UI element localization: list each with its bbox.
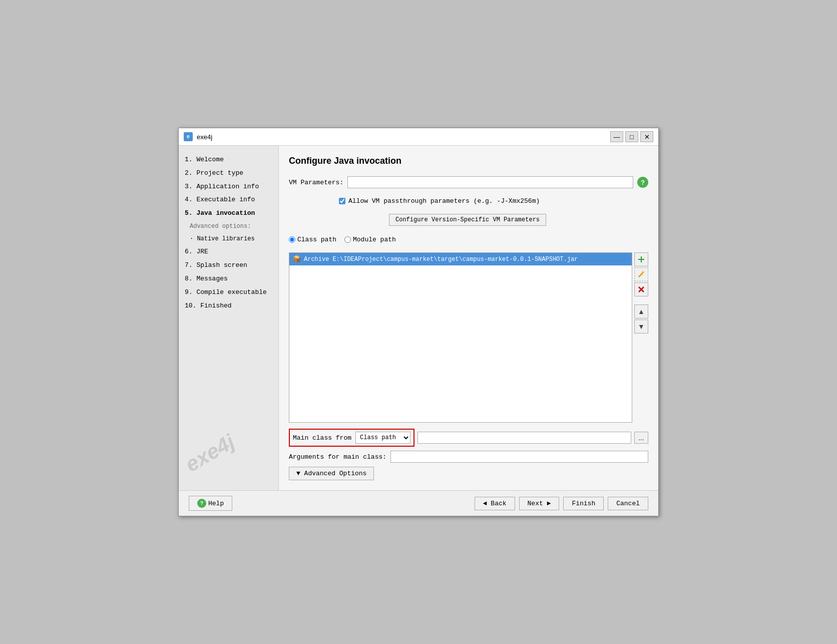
sidebar-item-splash[interactable]: 7. Splash screen: [184, 259, 273, 272]
add-entry-button[interactable]: [634, 252, 648, 266]
main-class-row: Main class from Class path Module path: [289, 429, 414, 447]
app-icon: e: [184, 132, 193, 141]
main-class-from-label: Main class from: [293, 434, 351, 442]
finish-button[interactable]: Finish: [563, 497, 604, 510]
close-button[interactable]: ✕: [640, 131, 653, 142]
title-bar-left: e exe4j: [184, 132, 212, 141]
move-up-button[interactable]: ▲: [634, 304, 648, 318]
delete-entry-button[interactable]: [634, 282, 648, 296]
configure-version-button[interactable]: Configure Version-Specific VM Parameters: [389, 214, 546, 226]
class-path-radio[interactable]: [289, 236, 295, 243]
help-label: Help: [208, 500, 224, 507]
footer-left: ? Help: [189, 496, 232, 511]
sidebar-item-app-info[interactable]: 3. Application info: [184, 180, 273, 194]
help-button[interactable]: ? Help: [189, 496, 232, 511]
configure-version-row: Configure Version-Specific VM Parameters: [339, 214, 648, 226]
sidebar-item-project-type[interactable]: 2. Project type: [184, 167, 273, 180]
maximize-button[interactable]: □: [625, 131, 638, 142]
classpath-item-text: Archive E:\IDEAProject\campus-market\tar…: [304, 256, 578, 263]
class-path-radio-label[interactable]: Class path: [289, 236, 336, 243]
minimize-button[interactable]: —: [610, 131, 623, 142]
vm-passthrough-label: Allow VM passthrough parameters (e.g. -J…: [348, 197, 540, 205]
sidebar-item-compile[interactable]: 9. Compile executable: [184, 286, 273, 299]
main-class-input[interactable]: [417, 432, 631, 444]
spacer: [634, 297, 648, 303]
advanced-options-button[interactable]: ▼ Advanced Options: [289, 467, 374, 480]
archive-icon: 📦: [292, 255, 301, 263]
vm-passthrough-row: Allow VM passthrough parameters (e.g. -J…: [339, 197, 648, 205]
footer-right: ◄ Back Next ► Finish Cancel: [475, 497, 648, 510]
sidebar-item-java-invocation[interactable]: 5. Java invocation: [184, 207, 273, 220]
sidebar-item-finished[interactable]: 10. Finished: [184, 299, 273, 313]
edit-entry-button[interactable]: [634, 267, 648, 281]
back-button[interactable]: ◄ Back: [475, 497, 515, 510]
main-class-outer-row: Main class from Class path Module path .…: [289, 429, 648, 447]
help-icon: ?: [197, 499, 206, 508]
svg-rect-1: [638, 259, 644, 260]
section-title: Configure Java invocation: [289, 156, 648, 166]
title-bar-buttons: — □ ✕: [610, 131, 653, 142]
args-row: Arguments for main class:: [289, 451, 648, 463]
module-path-radio-label[interactable]: Module path: [344, 236, 396, 243]
window-title: exe4j: [197, 133, 212, 141]
module-path-radio[interactable]: [344, 236, 351, 243]
bottom-section: Main class from Class path Module path .…: [289, 429, 648, 480]
classpath-buttons: ▲ ▼: [634, 252, 648, 423]
sidebar-item-jre[interactable]: 6. JRE: [184, 245, 273, 259]
vm-params-label: VM Parameters:: [289, 179, 343, 186]
classpath-item[interactable]: 📦 Archive E:\IDEAProject\campus-market\t…: [289, 253, 632, 265]
sidebar-advanced-options-label: Advanced options:: [184, 220, 273, 233]
vm-params-input[interactable]: [347, 176, 633, 188]
sidebar: 1. Welcome 2. Project type 3. Applicatio…: [179, 146, 279, 490]
sidebar-item-welcome[interactable]: 1. Welcome: [184, 153, 273, 167]
vm-passthrough-checkbox[interactable]: [339, 198, 345, 204]
sidebar-item-exe-info[interactable]: 4. Executable info: [184, 193, 273, 207]
sidebar-item-messages[interactable]: 8. Messages: [184, 272, 273, 286]
sidebar-watermark: exe4j: [181, 430, 239, 477]
classpath-area: 📦 Archive E:\IDEAProject\campus-market\t…: [289, 252, 648, 423]
args-input[interactable]: [390, 451, 648, 463]
vm-params-row: VM Parameters: ?: [289, 176, 648, 188]
move-down-button[interactable]: ▼: [634, 319, 648, 334]
main-class-browse-button[interactable]: ...: [634, 432, 648, 444]
args-label: Arguments for main class:: [289, 453, 386, 461]
window-body: 1. Welcome 2. Project type 3. Applicatio…: [179, 146, 658, 490]
cancel-button[interactable]: Cancel: [608, 497, 648, 510]
sidebar-item-native-libs[interactable]: · Native libraries: [184, 233, 273, 245]
classpath-list[interactable]: 📦 Archive E:\IDEAProject\campus-market\t…: [289, 252, 632, 423]
main-window: e exe4j — □ ✕ 1. Welcome 2. Project type…: [178, 128, 659, 516]
path-type-row: Class path Module path: [289, 236, 648, 243]
vm-params-help-button[interactable]: ?: [637, 177, 648, 188]
title-bar: e exe4j — □ ✕: [179, 128, 658, 146]
footer: ? Help ◄ Back Next ► Finish Cancel: [179, 490, 658, 516]
next-button[interactable]: Next ►: [519, 497, 560, 510]
main-content: Configure Java invocation VM Parameters:…: [279, 146, 658, 490]
main-class-dropdown[interactable]: Class path Module path: [355, 432, 410, 444]
